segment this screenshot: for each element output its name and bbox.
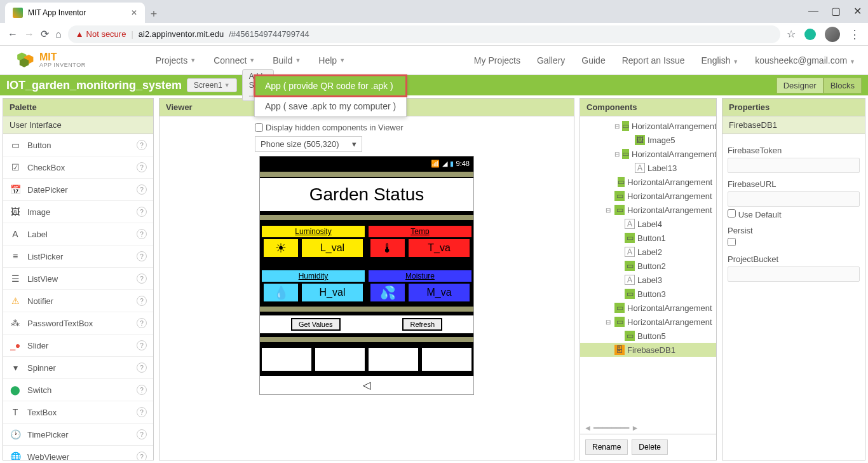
help-icon[interactable]: ?: [137, 140, 147, 150]
menu-connect[interactable]: Connect▼: [214, 55, 255, 66]
not-secure-warning: ▲ Not secure: [76, 29, 126, 39]
forward-icon[interactable]: →: [24, 29, 34, 40]
help-icon[interactable]: ?: [137, 162, 147, 172]
btn-icon: ▭: [625, 233, 635, 243]
link-guide[interactable]: Guide: [581, 55, 605, 66]
help-icon[interactable]: ?: [137, 207, 147, 217]
help-icon[interactable]: ?: [137, 363, 147, 373]
nav-back-icon: ◁: [363, 379, 370, 391]
button-icon: ▭: [10, 139, 21, 151]
help-icon[interactable]: ?: [137, 229, 147, 239]
build-qr-option[interactable]: App ( provide QR code for .apk ): [255, 76, 406, 96]
menu-projects[interactable]: Projects▼: [156, 55, 196, 66]
palette-item-spinner[interactable]: ▾Spinner?: [3, 357, 153, 379]
palette-item-checkbox[interactable]: ☑CheckBox?: [3, 156, 153, 179]
palette-category[interactable]: User Interface: [3, 116, 153, 134]
app-logo[interactable]: MIT APP INVENTOR: [13, 52, 86, 69]
help-icon[interactable]: ?: [137, 318, 147, 328]
profile-avatar[interactable]: [825, 27, 840, 42]
screen-dropdown[interactable]: Screen1▼: [187, 78, 237, 92]
img-icon: 🖼: [635, 135, 645, 145]
bookmark-icon[interactable]: ☆: [787, 28, 796, 40]
designer-button[interactable]: Designer: [776, 78, 824, 93]
close-window-icon[interactable]: ✕: [853, 5, 862, 17]
firebase-url-input[interactable]: [728, 191, 860, 207]
link-my-projects[interactable]: My Projects: [474, 55, 520, 66]
timepicker-icon: 🕐: [10, 429, 21, 440]
component-label2[interactable]: ALabel2: [580, 245, 716, 259]
help-icon[interactable]: ?: [137, 184, 147, 195]
component-horizontalarrangement[interactable]: ⊟▭HorizontalArrangement: [580, 315, 716, 329]
hidden-components-checkbox[interactable]: [255, 123, 263, 132]
component-horizontalarrangement[interactable]: ⊟▭HorizontalArrangement: [580, 203, 716, 217]
component-image5[interactable]: 🖼Image5: [580, 133, 716, 147]
help-icon[interactable]: ?: [137, 385, 147, 395]
reload-icon[interactable]: ⟳: [41, 28, 49, 40]
component-button5[interactable]: ▭Button5: [580, 329, 716, 343]
home-icon[interactable]: ⌂: [55, 29, 62, 40]
maximize-icon[interactable]: ▢: [831, 5, 841, 17]
component-horizontalarrangement[interactable]: ▭HorizontalArrangement: [580, 189, 716, 203]
help-icon[interactable]: ?: [137, 429, 147, 439]
palette-item-textbox[interactable]: TTextBox?: [3, 401, 153, 424]
delete-button[interactable]: Delete: [632, 439, 668, 455]
project-bucket-input[interactable]: [728, 266, 860, 282]
help-icon[interactable]: ?: [137, 340, 147, 350]
help-icon[interactable]: ?: [137, 407, 147, 417]
rename-button[interactable]: Rename: [585, 439, 628, 455]
help-icon[interactable]: ?: [137, 296, 147, 306]
link-report[interactable]: Report an Issue: [622, 55, 685, 66]
language-dropdown[interactable]: English ▼: [702, 55, 739, 66]
component-horizontalarrangement[interactable]: ⊟▭HorizontalArrangement: [580, 119, 716, 133]
persist-checkbox[interactable]: [728, 238, 736, 246]
firebase-token-input[interactable]: [728, 158, 860, 173]
get-values-button[interactable]: Get Values: [291, 318, 341, 331]
minimize-icon[interactable]: ―: [808, 5, 818, 17]
battery-icon: ▮: [450, 160, 454, 168]
component-button3[interactable]: ▭Button3: [580, 287, 716, 301]
properties-component: FirebaseDB1: [722, 116, 865, 134]
passwordtextbox-icon: ⁂: [10, 317, 21, 329]
link-gallery[interactable]: Gallery: [537, 55, 565, 66]
use-default-checkbox[interactable]: [728, 209, 736, 218]
component-label13[interactable]: ALabel13: [580, 161, 716, 175]
palette-item-button[interactable]: ▭Button?: [3, 134, 153, 156]
warning-icon: ▲: [76, 29, 84, 39]
help-icon[interactable]: ?: [137, 273, 147, 284]
palette-item-webviewer[interactable]: 🌐WebViewer?: [3, 446, 153, 460]
tab-close-icon[interactable]: ✕: [131, 8, 137, 17]
component-label3[interactable]: ALabel3: [580, 273, 716, 287]
palette-item-slider[interactable]: ⎯●Slider?: [3, 335, 153, 357]
palette-item-listview[interactable]: ☰ListView?: [3, 268, 153, 290]
refresh-button[interactable]: Refresh: [402, 318, 442, 331]
palette-item-timepicker[interactable]: 🕐TimePicker?: [3, 424, 153, 446]
palette-item-listpicker[interactable]: ≡ListPicker?: [3, 245, 153, 268]
build-save-option[interactable]: App ( save .apk to my computer ): [255, 96, 406, 116]
browser-tab[interactable]: MIT App Inventor ✕: [5, 3, 145, 23]
browser-menu-icon[interactable]: ⋮: [849, 27, 860, 41]
menu-help[interactable]: Help▼: [318, 55, 345, 66]
palette-item-datepicker[interactable]: 📅DatePicker?: [3, 179, 153, 201]
component-horizontalarrangement[interactable]: ▭HorizontalArrangement: [580, 175, 716, 189]
help-icon[interactable]: ?: [137, 452, 147, 460]
menu-build[interactable]: Build▼: [273, 55, 301, 66]
component-button2[interactable]: ▭Button2: [580, 259, 716, 273]
palette-item-notifier[interactable]: ⚠Notifier?: [3, 290, 153, 312]
new-tab-button[interactable]: +: [145, 5, 163, 23]
palette-item-switch[interactable]: ⬤Switch?: [3, 379, 153, 401]
help-icon[interactable]: ?: [137, 251, 147, 261]
palette-item-label[interactable]: ALabel?: [3, 223, 153, 245]
component-horizontalarrangement[interactable]: ▭HorizontalArrangement: [580, 301, 716, 315]
palette-item-image[interactable]: 🖼Image?: [3, 201, 153, 223]
palette-item-passwordtextbox[interactable]: ⁂PasswordTextBox?: [3, 312, 153, 335]
component-firebasedb1[interactable]: 🗄FirebaseDB1: [580, 343, 716, 357]
back-icon[interactable]: ←: [8, 29, 18, 40]
component-label4[interactable]: ALabel4: [580, 217, 716, 231]
extension-icon[interactable]: [804, 29, 816, 40]
blocks-button[interactable]: Blocks: [824, 78, 862, 93]
address-bar[interactable]: ▲ Not secure | ai2.appinventor.mit.edu/#…: [68, 25, 780, 43]
user-dropdown[interactable]: kousheekc@gmail.com ▼: [755, 55, 855, 66]
component-button1[interactable]: ▭Button1: [580, 231, 716, 245]
phone-size-dropdown[interactable]: Phone size (505,320)▾: [255, 136, 362, 152]
component-horizontalarrangement[interactable]: ⊟▭HorizontalArrangement: [580, 147, 716, 161]
